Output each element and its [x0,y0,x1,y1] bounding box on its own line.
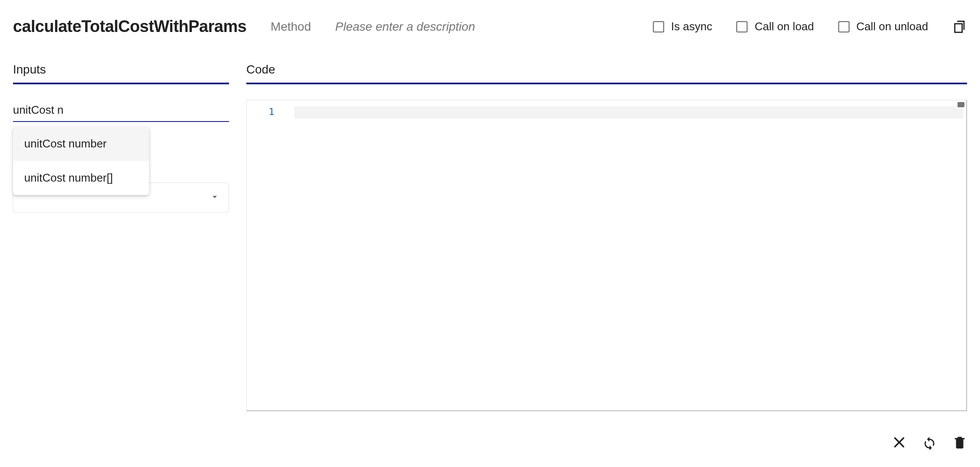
is-async-checkbox[interactable]: Is async [653,20,712,33]
refresh-button[interactable] [922,435,937,450]
code-editor[interactable]: 1 [246,100,967,411]
autocomplete-option[interactable]: unitCost number [13,127,149,161]
copy-button[interactable] [952,19,967,34]
description-input[interactable] [335,20,517,34]
type-label: Method [270,20,311,34]
active-line [294,106,964,118]
delete-button[interactable] [952,435,967,450]
copy-icon [952,19,967,34]
chevron-down-icon [210,192,220,204]
autocomplete-option[interactable]: unitCost number[] [13,161,149,195]
close-button[interactable] [892,435,907,450]
checkbox-label: Call on load [754,20,814,33]
scrollbar[interactable] [958,102,964,107]
checkbox-icon [838,21,850,32]
footer-actions [892,435,967,450]
checkbox-icon [736,21,748,32]
refresh-icon [922,435,937,450]
trash-icon [952,435,967,450]
inputs-column: Inputs unitCost number unitCost number[] [13,63,229,213]
header-options: Is async Call on load Call on unload [653,19,967,34]
close-icon [892,435,907,450]
svg-rect-0 [955,23,962,32]
line-gutter: 1 [247,100,281,410]
call-on-load-checkbox[interactable]: Call on load [736,20,814,33]
autocomplete-dropdown: unitCost number unitCost number[] [13,127,149,195]
code-heading: Code [246,63,967,84]
method-name: calculateTotalCostWithParams [13,17,246,36]
code-column: Code 1 [246,63,967,411]
inputs-heading: Inputs [13,63,229,84]
checkbox-label: Is async [671,20,712,33]
call-on-unload-checkbox[interactable]: Call on unload [838,20,928,33]
inputs-body: unitCost number unitCost number[] [13,100,229,213]
line-number: 1 [247,106,274,117]
main-columns: Inputs unitCost number unitCost number[]… [13,63,967,411]
header: calculateTotalCostWithParams Method Is a… [13,17,967,36]
checkbox-icon [653,21,664,32]
parameter-input[interactable] [13,100,229,122]
code-textarea[interactable] [281,100,966,410]
checkbox-label: Call on unload [856,20,928,33]
